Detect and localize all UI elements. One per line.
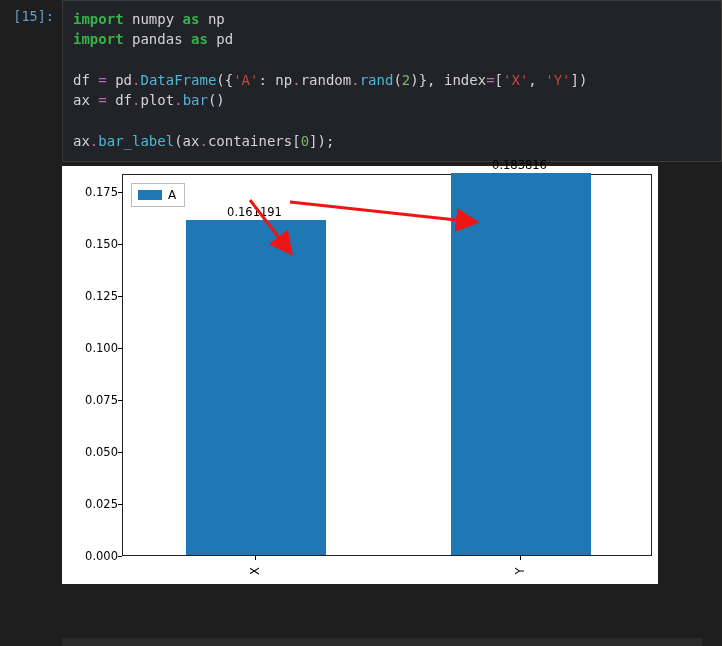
- paren: )},: [410, 72, 435, 88]
- num-literal: 0: [301, 133, 309, 149]
- jupyter-cell: [15]: import numpy as np import pandas a…: [0, 0, 722, 162]
- alias-pd: pd: [216, 31, 233, 47]
- ref-ax: ax: [183, 133, 200, 149]
- xtick-label: Y: [513, 568, 527, 575]
- ref-df: df: [115, 92, 132, 108]
- string-literal: 'A': [233, 72, 258, 88]
- ytick-mark: [118, 296, 122, 297]
- bracket: [: [495, 72, 503, 88]
- fn-bar: bar: [183, 92, 208, 108]
- ytick-label: 0.100: [85, 341, 118, 355]
- next-cell-strip: [62, 638, 702, 646]
- attr-random: random: [301, 72, 352, 88]
- legend-swatch: [138, 190, 162, 200]
- ytick-label: 0.050: [85, 445, 118, 459]
- op-assign: =: [486, 72, 494, 88]
- xtick-mark: [255, 556, 256, 560]
- ytick-mark: [118, 348, 122, 349]
- axes-area: A: [122, 174, 652, 556]
- code-input-area[interactable]: import numpy as np import pandas as pd d…: [62, 0, 722, 162]
- op-assign: =: [98, 72, 106, 88]
- dot: .: [199, 133, 207, 149]
- bar-value-label: 0.183816: [492, 158, 547, 172]
- paren: (): [208, 92, 225, 108]
- keyword-as: as: [191, 31, 208, 47]
- cell-output-figure: A 0.0000.0250.0500.0750.1000.1250.1500.1…: [62, 166, 658, 584]
- ytick-mark: [118, 452, 122, 453]
- kwarg-index: index: [444, 72, 486, 88]
- module-pandas: pandas: [132, 31, 183, 47]
- fn-dataframe: DataFrame: [140, 72, 216, 88]
- ref-pd: pd: [115, 72, 132, 88]
- bracket: ]): [571, 72, 588, 88]
- comma: ,: [528, 72, 536, 88]
- op-assign: =: [98, 92, 106, 108]
- keyword-import: import: [73, 11, 124, 27]
- xtick-mark: [520, 556, 521, 560]
- ytick-label: 0.075: [85, 393, 118, 407]
- ref-np: np: [275, 72, 292, 88]
- ytick-label: 0.150: [85, 237, 118, 251]
- string-literal: 'Y': [545, 72, 570, 88]
- alias-np: np: [208, 11, 225, 27]
- ref-ax: ax: [73, 133, 90, 149]
- string-literal: 'X': [503, 72, 528, 88]
- ytick-mark: [118, 556, 122, 557]
- execution-count-prompt: [15]:: [0, 0, 62, 24]
- keyword-as: as: [183, 11, 200, 27]
- ytick-mark: [118, 504, 122, 505]
- dot: .: [292, 72, 300, 88]
- attr-plot: plot: [140, 92, 174, 108]
- ytick-label: 0.025: [85, 497, 118, 511]
- bar-X: [186, 220, 326, 555]
- num-literal: 2: [402, 72, 410, 88]
- dot: .: [351, 72, 359, 88]
- paren: (: [393, 72, 401, 88]
- legend: A: [131, 183, 185, 207]
- bar-Y: [451, 173, 591, 555]
- xtick-label: X: [248, 567, 262, 575]
- ytick-label: 0.000: [85, 549, 118, 563]
- attr-containers: containers: [208, 133, 292, 149]
- fn-rand: rand: [360, 72, 394, 88]
- paren: (: [174, 133, 182, 149]
- ytick-mark: [118, 244, 122, 245]
- ytick-mark: [118, 192, 122, 193]
- bar-value-label: 0.161191: [227, 205, 282, 219]
- keyword-import: import: [73, 31, 124, 47]
- legend-label: A: [168, 188, 176, 202]
- code-block[interactable]: import numpy as np import pandas as pd d…: [73, 9, 711, 151]
- dot: .: [174, 92, 182, 108]
- var-df: df: [73, 72, 90, 88]
- colon: :: [258, 72, 266, 88]
- module-numpy: numpy: [132, 11, 174, 27]
- bracket: ]);: [309, 133, 334, 149]
- var-ax: ax: [73, 92, 90, 108]
- fn-barlabel: bar_label: [98, 133, 174, 149]
- ytick-label: 0.125: [85, 289, 118, 303]
- bracket: [: [292, 133, 300, 149]
- brace: ({: [216, 72, 233, 88]
- ytick-label: 0.175: [85, 185, 118, 199]
- ytick-mark: [118, 400, 122, 401]
